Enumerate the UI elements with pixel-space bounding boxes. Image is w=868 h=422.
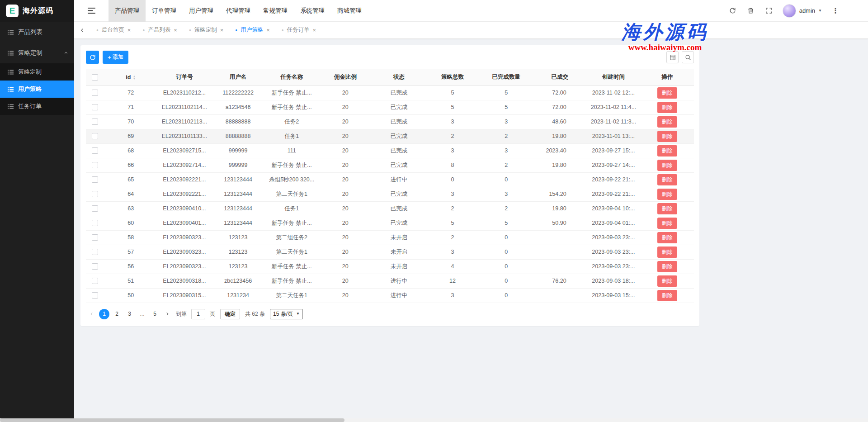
row-checkbox[interactable] (92, 263, 98, 270)
avatar (783, 4, 796, 18)
sidebar-group-label: 策略定制 (18, 49, 42, 57)
prev-page-button[interactable] (87, 309, 97, 319)
delete-button[interactable]: 删除 (657, 131, 677, 142)
sidebar-submenu-item[interactable]: 策略定制 (0, 63, 74, 81)
next-page-button[interactable] (162, 309, 172, 319)
sidebar-group-strategy[interactable]: 策略定制 (0, 43, 74, 63)
brand-logo-icon: E (6, 5, 19, 17)
delete-button[interactable]: 删除 (657, 261, 677, 272)
delete-button[interactable]: 删除 (657, 290, 677, 301)
delete-button[interactable]: 删除 (657, 160, 677, 171)
page-tab[interactable]: ● 产品列表 × (137, 22, 183, 39)
top-nav-item[interactable]: 产品管理 (108, 0, 146, 22)
cell-commission: 20 (319, 100, 373, 114)
top-nav-item[interactable]: 订单管理 (146, 0, 183, 22)
cell-status: 进行中 (372, 172, 426, 187)
delete-button[interactable]: 删除 (657, 145, 677, 156)
row-checkbox[interactable] (92, 162, 98, 168)
row-checkbox[interactable] (92, 119, 98, 125)
cell-order-no: EL20231102114... (158, 100, 212, 114)
delete-button[interactable]: 删除 (657, 116, 677, 128)
delete-button[interactable]: 删除 (657, 87, 677, 99)
main-area: 产品管理 订单管理 用户管理 代理管理 常规管理 系统管理 商城管理 (74, 0, 868, 422)
row-checkbox[interactable] (92, 176, 98, 183)
row-checkbox[interactable] (92, 292, 98, 299)
clear-cache-button[interactable] (742, 0, 760, 22)
page-number[interactable]: ... (137, 309, 147, 319)
col-created-at: 创建时间 (587, 69, 641, 85)
fullscreen-button[interactable] (760, 0, 778, 22)
cell-task-name: 第二组任务2 (265, 230, 319, 245)
row-checkbox[interactable] (92, 90, 98, 96)
row-checkbox[interactable] (92, 104, 98, 110)
col-id[interactable]: id▲▼ (104, 69, 158, 85)
list-icon (8, 69, 14, 75)
row-checkbox[interactable] (92, 234, 98, 241)
goto-page-input[interactable] (191, 309, 205, 319)
page-tab[interactable]: ● 后台首页 × (90, 22, 137, 39)
cell-username: 999999 (211, 143, 265, 158)
table-refresh-button[interactable] (86, 51, 99, 64)
trash-icon (747, 7, 754, 14)
row-checkbox[interactable] (92, 249, 98, 255)
delete-button[interactable]: 删除 (657, 189, 677, 200)
select-all-checkbox[interactable] (92, 74, 98, 81)
delete-button[interactable]: 删除 (657, 247, 677, 258)
top-nav-item[interactable]: 常规管理 (257, 0, 294, 22)
cell-created-at: 2023-11-02 12:... (587, 85, 641, 100)
columns-button[interactable] (666, 51, 679, 63)
tab-close-icon[interactable]: × (174, 27, 177, 33)
page-number[interactable]: 5 (150, 309, 160, 319)
confirm-page-button[interactable]: 确定 (220, 309, 240, 319)
cell-order-no: EL2023090315... (158, 288, 212, 303)
tab-close-icon[interactable]: × (127, 27, 131, 33)
row-checkbox[interactable] (92, 147, 98, 154)
cell-order-no: EL2023092221... (158, 172, 212, 187)
top-nav-item[interactable]: 系统管理 (294, 0, 331, 22)
list-icon (8, 50, 14, 56)
sidebar-toggle-button[interactable] (74, 0, 108, 22)
add-button[interactable]: + 添加 (103, 51, 128, 64)
page-number[interactable]: 1 (99, 309, 109, 319)
delete-button[interactable]: 删除 (657, 218, 677, 229)
sidebar-submenu-item[interactable]: 用户策略 (0, 81, 74, 98)
page-size-select[interactable]: 15 条/页 ▼ (270, 309, 303, 319)
cell-order-no: EL2023092714... (158, 158, 212, 172)
page-tab[interactable]: ● 任务订单 × (276, 22, 322, 39)
tab-close-icon[interactable]: × (220, 27, 224, 33)
sidebar-submenu-item[interactable]: 任务订单 (0, 98, 74, 115)
page-number[interactable]: 2 (112, 309, 122, 319)
brand-logo[interactable]: E 海外源码 (0, 0, 74, 22)
tab-close-icon[interactable]: × (266, 27, 270, 33)
row-checkbox[interactable] (92, 191, 98, 197)
tabs-scroll-left-button[interactable] (74, 22, 90, 39)
scrollbar-thumb[interactable] (0, 418, 344, 422)
top-nav-item[interactable]: 代理管理 (220, 0, 257, 22)
page-tab[interactable]: ● 用户策略 × (229, 22, 275, 39)
more-menu-button[interactable]: ⋮ (826, 0, 844, 22)
tab-close-icon[interactable]: × (313, 27, 316, 33)
delete-button[interactable]: 删除 (657, 203, 677, 214)
refresh-button[interactable] (724, 0, 742, 22)
sort-icon[interactable]: ▲▼ (132, 75, 136, 80)
delete-button[interactable]: 删除 (657, 275, 677, 287)
row-checkbox[interactable] (92, 133, 98, 139)
search-button[interactable] (682, 51, 694, 63)
row-checkbox[interactable] (92, 278, 98, 284)
delete-button[interactable]: 删除 (657, 174, 677, 185)
row-checkbox[interactable] (92, 205, 98, 212)
page-tab[interactable]: ● 策略定制 × (183, 22, 229, 39)
cell-order-no: EL2023090410... (158, 201, 212, 216)
row-checkbox[interactable] (92, 220, 98, 226)
horizontal-scrollbar[interactable] (0, 418, 868, 422)
top-nav-item[interactable]: 用户管理 (183, 0, 220, 22)
top-nav-item[interactable]: 商城管理 (331, 0, 368, 22)
page-number[interactable]: 3 (124, 309, 135, 319)
user-menu[interactable]: admin ▼ (778, 0, 826, 22)
delete-button[interactable]: 删除 (657, 102, 677, 113)
sidebar-item-product-list[interactable]: 产品列表 (0, 22, 74, 43)
tab-label: 产品列表 (148, 26, 170, 34)
delete-button[interactable]: 删除 (657, 232, 677, 243)
cell-id: 50 (104, 288, 158, 303)
col-deal-amount: 已成交 (533, 69, 587, 85)
